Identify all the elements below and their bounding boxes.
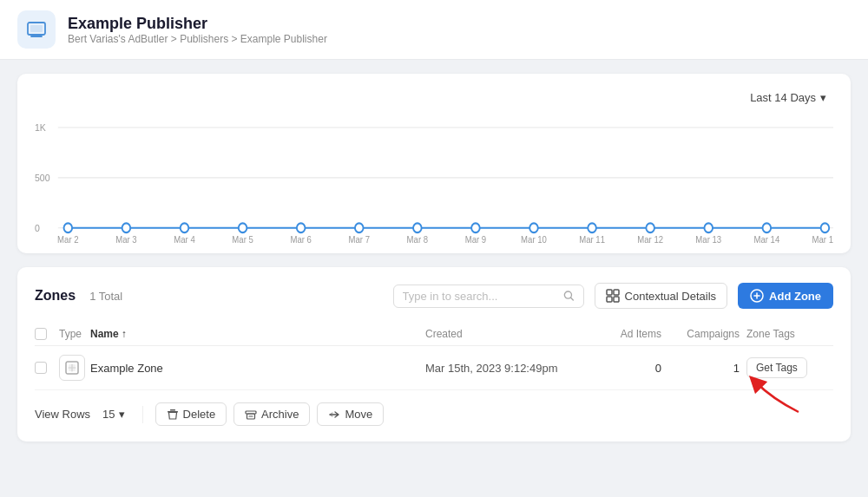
zone-created: Mar 15th, 2023 9:12:49pm (425, 362, 599, 375)
col-created-header: Created (425, 328, 599, 340)
view-rows-chevron: ▾ (119, 408, 125, 421)
svg-point-21 (821, 223, 830, 232)
date-range-label: Last 14 Days (750, 91, 816, 104)
zones-title: Zones (35, 288, 76, 304)
svg-text:Mar 15: Mar 15 (812, 234, 833, 245)
get-tags-button[interactable]: Get Tags (746, 357, 807, 378)
svg-point-9 (122, 223, 131, 232)
search-input[interactable] (403, 290, 558, 303)
archive-button[interactable]: Archive (233, 402, 310, 426)
svg-text:Mar 8: Mar 8 (407, 234, 429, 245)
chart-area: 1K 500 0 (35, 114, 833, 245)
svg-rect-46 (69, 364, 76, 371)
svg-text:Mar 7: Mar 7 (349, 234, 371, 245)
zone-campaigns: 1 (668, 362, 746, 375)
col-campaigns-header: Campaigns (668, 328, 746, 340)
col-ad-items-header: Ad Items (599, 328, 668, 340)
svg-rect-1 (30, 25, 43, 32)
zones-table: Type Name ↑ Created Ad Items Campaigns Z… (35, 323, 833, 390)
svg-point-11 (239, 223, 247, 232)
svg-text:Mar 3: Mar 3 (115, 234, 137, 245)
table-row: Example Zone Mar 15th, 2023 9:12:49pm 0 … (35, 346, 833, 390)
svg-rect-48 (170, 409, 175, 411)
zone-type-icon (59, 355, 90, 381)
svg-point-10 (181, 223, 189, 232)
svg-text:500: 500 (35, 173, 50, 184)
svg-point-16 (529, 223, 538, 232)
svg-rect-38 (607, 290, 612, 295)
select-all-checkbox[interactable] (35, 328, 59, 340)
delete-button[interactable]: Delete (155, 402, 227, 426)
svg-point-18 (646, 223, 654, 232)
view-rows-value: 15 (102, 408, 115, 421)
add-zone-label: Add Zone (769, 290, 821, 303)
col-zone-tags-header: Zone Tags (746, 328, 833, 340)
zone-name: Example Zone (90, 362, 425, 375)
zone-tags-cell: Get Tags (746, 357, 833, 378)
zones-toolbar: Zones 1 Total Contextual Details (35, 283, 833, 309)
svg-text:Mar 9: Mar 9 (465, 234, 487, 245)
svg-point-17 (588, 223, 596, 232)
svg-text:0: 0 (35, 222, 40, 233)
col-type-header: Type (59, 328, 90, 340)
svg-line-37 (570, 298, 573, 300)
svg-text:Mar 6: Mar 6 (290, 234, 312, 245)
row-checkbox[interactable] (35, 362, 59, 374)
table-footer: View Rows 15 ▾ Delete Ar (35, 402, 833, 426)
svg-point-19 (704, 223, 713, 232)
sort-asc-icon: ↑ (122, 328, 127, 340)
publisher-icon (17, 10, 56, 49)
zones-count: 1 Total (89, 290, 122, 303)
chart-card: Last 14 Days ▾ 1K 500 0 (17, 74, 851, 253)
delete-label: Delete (183, 408, 216, 421)
svg-text:Mar 11: Mar 11 (579, 234, 605, 245)
page-title: Example Publisher (68, 15, 327, 33)
svg-rect-40 (607, 297, 612, 302)
archive-label: Archive (261, 408, 299, 421)
svg-point-14 (413, 223, 422, 232)
zone-ad-items: 0 (599, 362, 668, 375)
svg-point-8 (64, 223, 73, 232)
svg-text:1K: 1K (35, 122, 46, 134)
table-header-row: Type Name ↑ Created Ad Items Campaigns Z… (35, 323, 833, 346)
svg-rect-41 (614, 297, 619, 302)
svg-point-15 (471, 223, 480, 232)
svg-text:Mar 5: Mar 5 (232, 234, 253, 245)
chart-header: Last 14 Days ▾ (35, 88, 833, 108)
plus-circle-icon (750, 289, 764, 303)
svg-text:Mar 14: Mar 14 (753, 234, 779, 245)
svg-point-20 (763, 223, 772, 232)
search-icon (563, 290, 575, 302)
divider (142, 406, 143, 423)
move-label: Move (345, 408, 372, 421)
svg-point-13 (355, 223, 364, 232)
add-zone-button[interactable]: Add Zone (738, 283, 833, 309)
search-box (393, 284, 584, 308)
trash-icon (167, 409, 179, 421)
svg-point-12 (297, 223, 306, 232)
zones-card: Zones 1 Total Contextual Details (17, 267, 851, 441)
chart-svg: 1K 500 0 (35, 114, 833, 245)
col-name-header[interactable]: Name ↑ (90, 328, 425, 340)
view-rows-select[interactable]: 15 ▾ (97, 406, 129, 422)
svg-text:Mar 13: Mar 13 (695, 234, 721, 245)
contextual-details-button[interactable]: Contextual Details (595, 283, 728, 309)
svg-text:Mar 2: Mar 2 (57, 234, 79, 245)
svg-rect-39 (614, 290, 619, 295)
main-content: Last 14 Days ▾ 1K 500 0 (0, 60, 868, 455)
date-range-button[interactable]: Last 14 Days ▾ (743, 88, 833, 108)
view-rows-label: View Rows (35, 408, 90, 421)
move-button[interactable]: Move (317, 402, 384, 426)
archive-icon (245, 409, 257, 421)
breadcrumb: Bert Varias's AdButler > Publishers > Ex… (68, 33, 327, 45)
contextual-icon (606, 289, 620, 303)
header-text: Example Publisher Bert Varias's AdButler… (68, 15, 327, 45)
page-header: Example Publisher Bert Varias's AdButler… (0, 0, 868, 60)
contextual-details-label: Contextual Details (625, 290, 717, 303)
svg-text:Mar 4: Mar 4 (174, 234, 195, 245)
chevron-down-icon: ▾ (820, 91, 826, 104)
svg-text:Mar 10: Mar 10 (521, 234, 547, 245)
move-icon (328, 409, 340, 421)
svg-text:Mar 12: Mar 12 (637, 234, 663, 245)
